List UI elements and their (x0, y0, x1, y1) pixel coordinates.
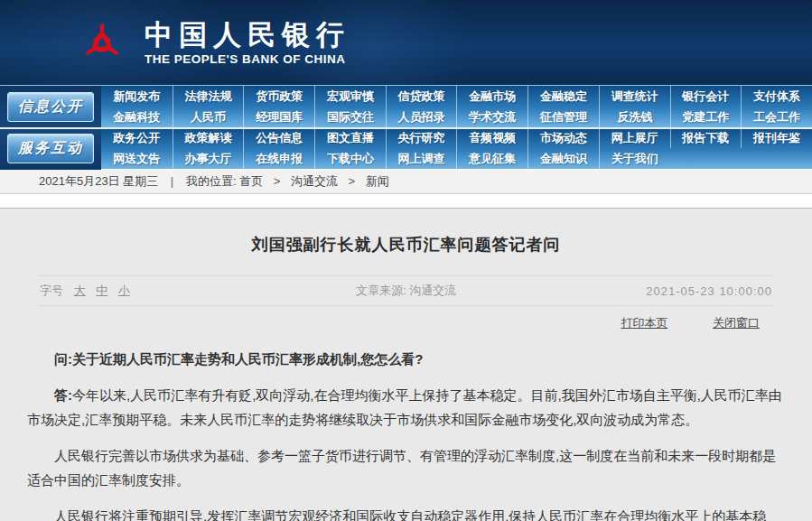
article-paragraph: 人民银行将注重预期引导,发挥汇率调节宏观经济和国际收支自动稳定器作用,保持人民币… (27, 504, 785, 521)
nav-item[interactable]: 政务公开 (101, 127, 173, 148)
nav-item[interactable]: 网上展厅 (599, 127, 670, 148)
breadcrumb-separator: > (274, 174, 281, 188)
nav-item[interactable]: 人民币 (173, 107, 244, 127)
nav-item[interactable]: 办事大厅 (173, 148, 244, 169)
nav-item[interactable]: 意见征集 (456, 148, 527, 169)
breadcrumb-separator: > (349, 174, 356, 188)
nav-item[interactable]: 学术交流 (456, 107, 527, 127)
nav-item[interactable]: 货币政策 (243, 86, 314, 107)
nav-item[interactable]: 网上调查 (386, 148, 457, 169)
article-paragraph: 人民银行完善以市场供求为基础、参考一篮子货币进行调节、有管理的浮动汇率制度,这一… (27, 443, 785, 492)
article-datetime: 2021-05-23 10:00:00 (456, 284, 772, 298)
nav-item[interactable]: 市场动态 (527, 127, 599, 148)
print-page-link[interactable]: 打印本页 (621, 316, 667, 330)
article-title: 刘国强副行长就人民币汇率问题答记者问 (27, 234, 785, 256)
nav-item[interactable]: 图文直播 (314, 127, 386, 148)
close-window-link[interactable]: 关闭窗口 (713, 316, 760, 330)
article-paragraph: 答:今年以来,人民币汇率有升有贬,双向浮动,在合理均衡水平上保持了基本稳定。目前… (27, 383, 785, 432)
source-label: 文章来源: (356, 284, 406, 297)
nav-cell-empty (670, 148, 742, 169)
nav-item[interactable]: 央行研究 (386, 127, 457, 148)
breadcrumb-divider: | (171, 174, 173, 188)
nav-item[interactable]: 党建工作 (670, 107, 742, 127)
article-tools: 打印本页 关闭窗口 (27, 315, 760, 331)
breadcrumb: 2021年5月23日 星期三 | 我的位置: 首页 > 沟通交流 > 新闻 (0, 170, 812, 194)
nav-item[interactable]: 报告下载 (670, 127, 742, 148)
article-source: 文章来源: 沟通交流 (356, 283, 456, 299)
breadcrumb-current-page: 新闻 (366, 174, 389, 188)
nav-row-4: 网送文告 办事大厅 在线申报 下载中心 网上调查 意见征集 金融知识 关于我们 (101, 148, 812, 169)
nav-item[interactable]: 工会工作 (741, 107, 812, 127)
nav-item[interactable]: 金融科技 (101, 107, 173, 127)
current-date: 2021年5月23日 星期三 (39, 174, 158, 188)
nav-item[interactable]: 在线申报 (243, 148, 314, 169)
nav-item[interactable]: 支付体系 (741, 86, 812, 107)
bank-name-zh: 中国人民银行 (145, 19, 350, 50)
nav-item[interactable]: 金融市场 (456, 86, 527, 107)
nav-cell-empty (741, 148, 812, 169)
font-size-small-link[interactable]: 小 (118, 284, 130, 297)
nav-section-info-disclosure[interactable]: 信息公开 (7, 92, 94, 122)
nav-item[interactable]: 反洗钱 (599, 107, 670, 127)
nav-item[interactable]: 音频视频 (456, 127, 527, 148)
nav-item[interactable]: 宏观审慎 (314, 86, 386, 107)
article-body: 问:关于近期人民币汇率走势和人民币汇率形成机制,您怎么看? 答:今年以来,人民币… (27, 347, 785, 521)
font-size-large-link[interactable]: 大 (74, 284, 86, 297)
nav-item[interactable]: 新闻发布 (101, 86, 173, 107)
font-size-medium-link[interactable]: 中 (96, 284, 107, 297)
nav-item[interactable]: 调查统计 (599, 86, 670, 107)
breadcrumb-section-link[interactable]: 沟通交流 (291, 174, 338, 188)
nav-item[interactable]: 关于我们 (599, 148, 670, 169)
nav-item[interactable]: 银行会计 (670, 86, 742, 107)
nav-group-info: 新闻发布 法律法规 货币政策 宏观审慎 信贷政策 金融市场 金融稳定 调查统计 … (101, 86, 812, 127)
nav-item[interactable]: 人员招录 (386, 107, 457, 127)
article-meta-row: 字号 大 中 小 文章来源: 沟通交流 2021-05-23 10:00:00 (38, 275, 774, 306)
article-paragraph-question: 问:关于近期人民币汇率走势和人民币汇率形成机制,您怎么看? (27, 347, 785, 371)
location-label: 我的位置: (186, 174, 237, 188)
nav-item[interactable]: 政策解读 (173, 127, 244, 148)
site-header: 中国人民银行 THE PEOPLE'S BANK OF CHINA (0, 0, 812, 85)
nav-row-2: 金融科技 人民币 经理国库 国际交往 人员招录 学术交流 征信管理 反洗钱 党建… (101, 107, 812, 127)
source-link[interactable]: 沟通交流 (409, 284, 456, 297)
home-logo-link[interactable]: 中国人民银行 THE PEOPLE'S BANK OF CHINA (83, 15, 350, 70)
nav-item[interactable]: 下载中心 (314, 148, 386, 169)
nav-section-column: 信息公开 服务互动 (0, 86, 101, 170)
nav-item[interactable]: 征信管理 (527, 107, 599, 127)
nav-item[interactable]: 公告信息 (243, 127, 314, 148)
nav-item[interactable]: 网送文告 (101, 148, 173, 169)
nav-links-grid: 新闻发布 法律法规 货币政策 宏观审慎 信贷政策 金融市场 金融稳定 调查统计 … (101, 86, 812, 170)
nav-section-service-interaction[interactable]: 服务互动 (7, 134, 94, 163)
article-content: 刘国强副行长就人民币汇率问题答记者问 字号 大 中 小 文章来源: 沟通交流 2… (0, 208, 812, 521)
bank-name: 中国人民银行 THE PEOPLE'S BANK OF CHINA (145, 19, 350, 66)
main-nav: 信息公开 服务互动 新闻发布 法律法规 货币政策 宏观审慎 信贷政策 金融市场 … (0, 85, 812, 170)
pboc-logo-icon (83, 15, 121, 70)
nav-item[interactable]: 金融知识 (527, 148, 599, 169)
white-gap (0, 194, 812, 208)
nav-item[interactable]: 法律法规 (173, 86, 244, 107)
nav-item[interactable]: 经理国库 (243, 107, 314, 127)
nav-row-1: 新闻发布 法律法规 货币政策 宏观审慎 信贷政策 金融市场 金融稳定 调查统计 … (101, 86, 812, 107)
nav-group-service: 政务公开 政策解读 公告信息 图文直播 央行研究 音频视频 市场动态 网上展厅 … (101, 127, 812, 169)
font-size-controls: 字号 大 中 小 (40, 283, 356, 299)
breadcrumb-home-link[interactable]: 首页 (239, 174, 263, 188)
nav-item[interactable]: 报刊年鉴 (741, 127, 812, 148)
nav-item[interactable]: 金融稳定 (527, 86, 599, 107)
nav-item[interactable]: 信贷政策 (386, 86, 457, 107)
bank-name-en: THE PEOPLE'S BANK OF CHINA (145, 52, 350, 66)
font-size-label: 字号 (40, 284, 63, 297)
nav-row-3: 政务公开 政策解读 公告信息 图文直播 央行研究 音频视频 市场动态 网上展厅 … (101, 127, 812, 148)
nav-item[interactable]: 国际交往 (314, 107, 386, 127)
